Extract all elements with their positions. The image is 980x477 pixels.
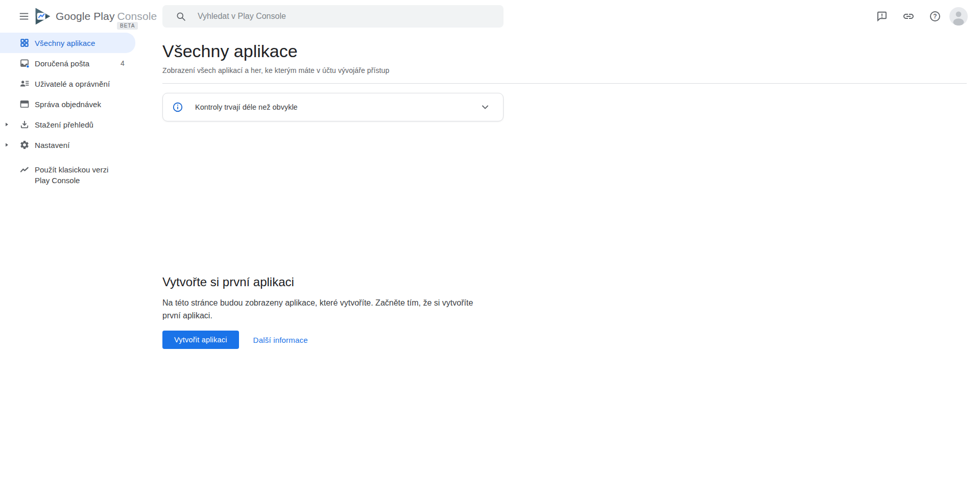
help-icon[interactable]: ? bbox=[929, 10, 941, 22]
link-icon[interactable] bbox=[902, 10, 915, 22]
search-icon bbox=[176, 11, 186, 22]
info-icon bbox=[172, 102, 183, 113]
chevron-down-icon[interactable] bbox=[480, 102, 491, 113]
learn-more-link[interactable]: Další informace bbox=[253, 336, 308, 344]
sidebar-item-label: Doručená pošta bbox=[35, 59, 89, 68]
inbox-icon bbox=[19, 58, 30, 68]
gear-icon bbox=[19, 140, 30, 150]
svg-text:?: ? bbox=[933, 13, 937, 20]
play-console-app: Google PlayConsole BETA bbox=[0, 0, 980, 477]
use-classic-console-link[interactable]: Použít klasickou verzi Play Console bbox=[0, 164, 135, 186]
menu-icon[interactable] bbox=[18, 11, 30, 22]
play-logo-icon bbox=[34, 7, 52, 26]
brand-primary: Google Play bbox=[56, 10, 115, 22]
sidebar-item-label: Uživatelé a oprávnění bbox=[35, 80, 110, 88]
sidebar-item-inbox[interactable]: Doručená pošta 4 bbox=[0, 53, 135, 73]
apps-grid-icon bbox=[19, 38, 30, 48]
empty-state: Vytvořte si první aplikaci Na této strán… bbox=[162, 275, 980, 349]
brand-text: Google PlayConsole bbox=[56, 10, 157, 22]
trending-line-icon bbox=[19, 165, 30, 175]
classic-link-label: Použít klasickou verzi Play Console bbox=[35, 164, 119, 186]
users-icon bbox=[19, 79, 30, 89]
search-bar bbox=[162, 5, 504, 28]
top-bar: Google PlayConsole BETA bbox=[0, 0, 980, 33]
sidebar-nav: Všechny aplikace Doručená pošta 4 Uživat… bbox=[0, 33, 135, 186]
empty-state-actions: Vytvořit aplikaci Další informace bbox=[162, 331, 980, 349]
brand-secondary: Console bbox=[117, 10, 157, 22]
empty-state-title: Vytvořte si první aplikaci bbox=[162, 275, 980, 289]
beta-badge: BETA bbox=[117, 22, 138, 30]
play-console-logo[interactable]: Google PlayConsole bbox=[34, 7, 157, 26]
create-app-button[interactable]: Vytvořit aplikaci bbox=[162, 331, 239, 349]
sidebar-item-label: Všechny aplikace bbox=[35, 39, 95, 47]
main-content: Všechny aplikace Zobrazení všech aplikac… bbox=[162, 33, 980, 349]
feedback-icon[interactable] bbox=[876, 10, 888, 22]
reviews-delay-banner[interactable]: Kontroly trvají déle než obvykle bbox=[162, 93, 504, 121]
sidebar-item-label: Správa objednávek bbox=[35, 100, 101, 109]
sidebar-item-all-apps[interactable]: Všechny aplikace bbox=[0, 33, 135, 53]
order-card-icon bbox=[19, 99, 30, 109]
sidebar-item-download-reports[interactable]: Stažení přehledů bbox=[0, 114, 135, 135]
page-subtitle: Zobrazení všech aplikací a her, ke který… bbox=[162, 66, 980, 74]
banner-text: Kontroly trvají déle než obvykle bbox=[195, 103, 298, 111]
expand-arrow-icon[interactable] bbox=[4, 121, 10, 128]
header-actions: ? bbox=[862, 0, 968, 33]
sidebar-item-label: Stažení přehledů bbox=[35, 120, 93, 129]
divider bbox=[162, 83, 967, 84]
expand-arrow-icon[interactable] bbox=[4, 142, 10, 148]
page-title: Všechny aplikace bbox=[162, 33, 980, 62]
avatar[interactable] bbox=[949, 7, 968, 26]
download-icon bbox=[19, 119, 30, 130]
empty-state-description: Na této stránce budou zobrazeny aplikace… bbox=[162, 296, 492, 322]
search-input[interactable] bbox=[198, 12, 493, 21]
sidebar-item-order-management[interactable]: Správa objednávek bbox=[0, 94, 135, 114]
sidebar-item-settings[interactable]: Nastavení bbox=[0, 135, 135, 155]
sidebar-item-label: Nastavení bbox=[35, 141, 69, 149]
sidebar-item-users-permissions[interactable]: Uživatelé a oprávnění bbox=[0, 73, 135, 94]
inbox-count-badge: 4 bbox=[121, 59, 125, 67]
